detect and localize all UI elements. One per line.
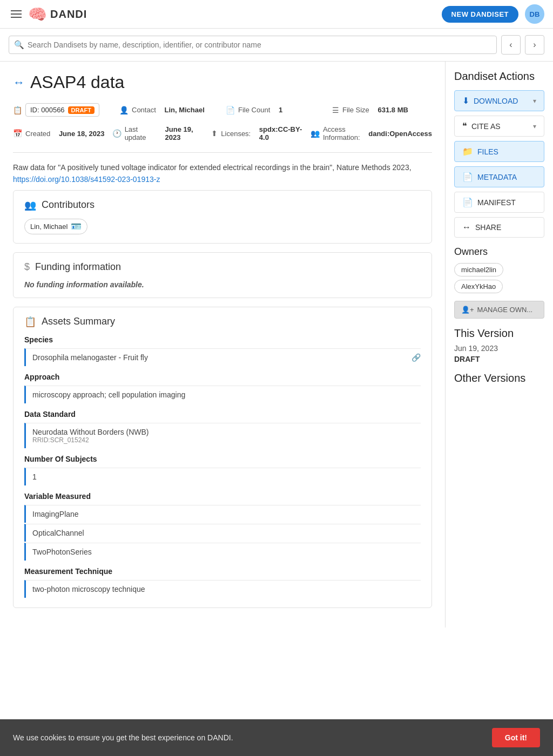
no-funding-text: No funding information available. [24, 280, 421, 289]
last-update-icon: 🕐 [112, 129, 122, 138]
licenses-item: ⬆ Licenses: spdx:CC-BY-4.0 [211, 125, 304, 141]
approach-label: Approach [24, 373, 421, 381]
data-standard-label: Data Standard [24, 410, 421, 418]
hamburger-menu[interactable] [9, 8, 24, 20]
owner-chip-1[interactable]: AlexYkHao [454, 280, 503, 293]
manage-owners-label: MANAGE OWN... [477, 306, 533, 314]
manifest-icon: 📄 [462, 197, 473, 207]
id-icon: 📋 [13, 106, 22, 114]
user-avatar-button[interactable]: DB [525, 4, 544, 24]
variable-value-2: TwoPhotonSeries [32, 548, 92, 556]
file-count-icon: 📄 [226, 106, 235, 114]
data-standard-row: Neurodata Without Borders (NWB) RRID:SCR… [24, 423, 421, 448]
data-standard-sub: RRID:SCR_015242 [32, 436, 149, 444]
last-update-label: Last update [125, 125, 157, 141]
owner-chip-0[interactable]: michael2lin [454, 263, 503, 276]
variable-measured-label: Variable Measured [24, 492, 421, 501]
header-left: 🧠 DANDI [9, 5, 87, 23]
contributors-icon: 👥 [24, 199, 36, 211]
cookie-banner: We use cookies to ensure you get the bes… [0, 719, 553, 756]
manifest-button[interactable]: 📄 MANIFEST [454, 192, 544, 213]
last-update-date: June 19, 2023 [165, 125, 205, 141]
doi-link[interactable]: https://doi.org/10.1038/s41592-023-01913… [13, 175, 160, 184]
files-button[interactable]: 📁 FILES [454, 141, 544, 162]
manage-owners-button[interactable]: 👤+ MANAGE OWN... [454, 301, 544, 319]
created-date: June 18, 2023 [59, 130, 105, 138]
version-status: DRAFT [454, 355, 544, 363]
id-item: 📋 ID: 000566 DRAFT [13, 103, 113, 117]
variable-value-0: ImagingPlane [32, 510, 79, 518]
share-icon: ↔ [462, 222, 471, 232]
assets-icon: 📋 [24, 316, 36, 328]
contributor-chip-0[interactable]: Lin, Michael 🪪 [24, 219, 87, 234]
dandiset-actions-title: Dandiset Actions [454, 70, 544, 83]
contact-label: Contact [132, 106, 156, 114]
content-area: ↔ ASAP4 data 📋 ID: 000566 DRAFT 👤 Contac… [0, 62, 445, 627]
share-icon-title[interactable]: ↔ [13, 76, 25, 90]
logo[interactable]: 🧠 DANDI [28, 5, 87, 23]
cookie-text: We use cookies to ensure you get the bes… [13, 733, 233, 742]
measurement-value: two-photon microscopy technique [32, 585, 145, 593]
search-input[interactable] [9, 36, 497, 54]
logo-text: DANDI [50, 8, 87, 21]
num-subjects-row: 1 [24, 468, 421, 485]
new-dandiset-button[interactable]: NEW DANDISET [442, 6, 518, 23]
share-label: SHARE [475, 223, 536, 232]
access-label: Access Information: [323, 125, 360, 141]
variable-value-1: OpticalChannel [32, 529, 84, 537]
access-item: 👥 Access Information: dandi:OpenAccess [311, 125, 432, 141]
share-button[interactable]: ↔ SHARE [454, 217, 544, 238]
description-text: Raw data for "A positively tuned voltage… [13, 161, 432, 186]
metadata-icon: 📄 [462, 172, 473, 182]
created-icon: 📅 [13, 129, 22, 138]
variable-row-1: OpticalChannel [24, 524, 421, 542]
this-version-section: This Version Jun 19, 2023 DRAFT [454, 327, 544, 363]
measurement-row: two-photon microscopy technique [24, 580, 421, 598]
cookie-accept-button[interactable]: Got it! [492, 728, 540, 747]
nav-prev-button[interactable]: ‹ [501, 35, 521, 55]
measurement-label: Measurement Technique [24, 567, 421, 576]
description-content: Raw data for "A positively tuned voltage… [13, 163, 412, 172]
contributor-card-icon: 🪪 [71, 221, 82, 232]
approach-value: microscopy approach; cell population ima… [32, 390, 185, 399]
link-icon[interactable]: 🔗 [412, 353, 421, 362]
metadata-button[interactable]: 📄 METADATA [454, 166, 544, 187]
files-label: FILES [477, 147, 536, 156]
search-wrapper: 🔍 [9, 36, 497, 54]
this-version-title: This Version [454, 327, 544, 340]
contributors-list: Lin, Michael 🪪 [24, 219, 421, 234]
licenses-icon: ⬆ [211, 129, 218, 138]
access-value: dandi:OpenAccess [368, 130, 432, 138]
variable-row-0: ImagingPlane [24, 505, 421, 523]
access-icon: 👥 [311, 129, 320, 138]
download-chevron-icon: ▾ [533, 97, 536, 105]
file-count-value: 1 [279, 106, 282, 114]
search-icon: 🔍 [14, 40, 24, 50]
draft-badge: DRAFT [68, 106, 95, 114]
owners-list: michael2lin AlexYkHao [454, 263, 544, 296]
contact-item: 👤 Contact Lin, Michael [119, 103, 219, 117]
manifest-label: MANIFEST [477, 198, 536, 207]
species-label: Species [24, 335, 421, 344]
species-row: Drosophila melanogaster - Fruit fly 🔗 [24, 348, 421, 366]
download-button[interactable]: ⬇ DOWNLOAD ▾ [454, 90, 544, 111]
other-versions-title: Other Versions [454, 372, 544, 384]
file-size-icon: ☰ [332, 106, 339, 114]
licenses-label: Licenses: [221, 130, 251, 138]
sidebar: Dandiset Actions ⬇ DOWNLOAD ▾ ❝ CITE AS … [445, 62, 553, 627]
id-value: ID: 000566 [30, 106, 65, 114]
cite-as-button[interactable]: ❝ CITE AS ▾ [454, 116, 544, 137]
funding-section: $ Funding information No funding informa… [13, 252, 432, 298]
title-row: ↔ ASAP4 data [13, 72, 432, 92]
nav-next-button[interactable]: › [525, 35, 544, 55]
header: 🧠 DANDI NEW DANDISET DB [0, 0, 553, 29]
assets-title: Assets Summary [42, 316, 115, 327]
metadata-label: METADATA [477, 173, 536, 181]
contributors-header: 👥 Contributors [24, 199, 421, 211]
file-count-item: 📄 File Count 1 [226, 103, 326, 117]
brain-icon: 🧠 [28, 5, 47, 23]
divider-1 [13, 152, 432, 153]
file-size-item: ☰ File Size 631.8 MB [332, 103, 432, 117]
file-size-label: File Size [342, 106, 369, 114]
num-subjects-value: 1 [32, 473, 37, 481]
